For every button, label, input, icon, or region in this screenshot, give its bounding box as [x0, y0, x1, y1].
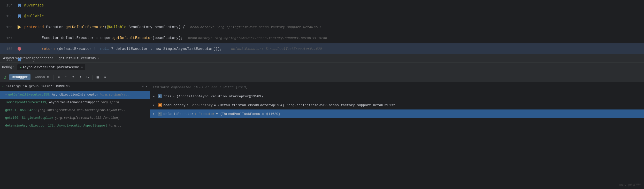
frame-method-2: get:-1, 858934277: [5, 108, 37, 112]
restart-button[interactable]: ↺: [2, 74, 8, 80]
line-number-157: 157: [0, 36, 16, 40]
var-type-beanfactory: : BeanFactory: [187, 103, 213, 107]
code-content-156: protected Executor getDefaultExecutor(@N…: [23, 22, 644, 33]
gutter-158: [16, 47, 23, 51]
toolbar-sep-2: [93, 75, 93, 80]
frame-method-4: determineAsyncExecutor:172, AsyncExecuti…: [5, 124, 108, 128]
frame-method-3: get:100, SingletonSupplier: [5, 116, 53, 120]
filter-down-icon[interactable]: ▾: [146, 85, 148, 88]
frame-pkg-2: (org.springframework.aop.interceptor.Asy…: [38, 108, 127, 112]
watches-icon[interactable]: ≔: [102, 74, 108, 80]
gutter-154: [16, 4, 23, 7]
thread-name: "main"@1 in group "main": RUNNING: [6, 85, 70, 88]
bookmark-icon-155: [18, 14, 21, 18]
var-icon-defaultexecutor: ≡: [158, 112, 162, 116]
thread-check-icon: ✓: [2, 84, 4, 89]
variable-row-this[interactable]: ▶ ≡ this = {AnnotationAsyncExecutionInte…: [150, 92, 644, 101]
bookmark-icon-154: [18, 4, 21, 7]
frame-pkg-1: (org.sprin...: [100, 101, 125, 104]
expand-defaultexecutor[interactable]: ▶: [153, 112, 157, 115]
frame-pkg-0: (org.springfra...: [99, 93, 131, 97]
frame-row-3[interactable]: get:100, SingletonSupplier (org.springfr…: [0, 114, 150, 122]
frame-row-1[interactable]: lambda$configure$2:119, AsyncExecutionAs…: [0, 99, 150, 106]
step-over-icon[interactable]: ↑: [63, 74, 69, 80]
code-content-154: @Override: [23, 0, 644, 11]
code-line-155: 155 @Nullable: [0, 11, 644, 22]
code-line-160: 160: [0, 65, 644, 69]
editor-area: 154 @Override 155 @Nullable 156 protecte…: [0, 0, 644, 54]
var-type-defaultexecutor: : Executor: [195, 112, 215, 116]
breakpoint-158: [18, 47, 21, 51]
run-to-cursor-icon[interactable]: ↑₁: [85, 74, 90, 80]
line-number-158: 158: [0, 47, 16, 51]
underline-indicator: ___: [282, 112, 287, 115]
var-value-defaultexecutor: = {ThreadPoolTaskExecutor@11620}: [216, 112, 280, 116]
var-name-this: this: [163, 94, 171, 98]
code-content-155: @Nullable: [23, 11, 644, 22]
frame-row-0[interactable]: ↩ getDefaultExecutor:158, AsyncExecution…: [0, 91, 150, 99]
code-line-154: 154 @Override: [0, 0, 644, 11]
step-out-icon[interactable]: ↥: [78, 74, 83, 80]
frames-panel: ✓ "main"@1 in group "main": RUNNING ▼ ▾ …: [0, 82, 150, 189]
arrow-indicator-156: [18, 25, 21, 29]
frame-class-0: AsyncExecutionInterceptor: [52, 93, 98, 97]
code-line-158: 158 return (defaultExecutor != null ? de…: [0, 43, 644, 54]
variable-row-defaultexecutor[interactable]: ▶ ≡ defaultExecutor : Executor = {Thread…: [150, 109, 644, 118]
expand-this[interactable]: ▶: [153, 95, 157, 98]
thread-row[interactable]: ✓ "main"@1 in group "main": RUNNING ▼ ▾: [0, 82, 150, 91]
frame-arrow-0: ↩: [5, 93, 7, 97]
frame-row-4[interactable]: determineAsyncExecutor:172, AsyncExecuti…: [0, 122, 150, 130]
gutter-156: [16, 25, 23, 29]
code-line-156: 156 protected Executor getDefaultExecuto…: [0, 22, 644, 33]
threads-icon[interactable]: ≡: [56, 74, 62, 80]
thread-filter-area: ✓ "main"@1 in group "main": RUNNING: [2, 84, 141, 89]
frame-method-0: getDefaultExecutor:158,: [8, 93, 51, 97]
var-name-beanfactory: beanFactory: [163, 103, 186, 107]
debugger-tab[interactable]: Debugger: [9, 74, 30, 80]
evaluate-bar[interactable]: Evaluate expression (⌥F8) or add a watch…: [150, 82, 644, 92]
line-number-154: 154: [0, 4, 16, 7]
line-number-159: 159: [0, 58, 16, 62]
var-value-beanfactory: = {DefaultListableBeanFactory@8784} "org…: [214, 103, 395, 107]
var-icon-this: ≡: [158, 94, 162, 98]
console-tab[interactable]: Console: [32, 74, 51, 80]
frames-icon[interactable]: ▦: [95, 74, 101, 80]
variables-panel: Evaluate expression (⌥F8) or add a watch…: [150, 82, 644, 189]
frame-pkg-4: (org...: [109, 124, 121, 128]
gutter-159: [16, 58, 23, 61]
var-icon-beanfactory: ⬤: [158, 103, 162, 107]
code-line-159: 159 }: [0, 54, 644, 65]
step-into-icon[interactable]: ↧: [70, 74, 76, 80]
var-name-defaultexecutor: defaultExecutor: [163, 112, 194, 116]
toolbar-sep-1: [53, 75, 54, 80]
frame-pkg-3: (org.springframework.util.function): [55, 116, 120, 120]
code-content-157: Executor defaultExecutor = super.getDefa…: [23, 33, 644, 44]
frame-class-1: AsyncExecutionAspectSupport: [49, 101, 99, 104]
gutter-155: [16, 14, 23, 18]
frame-method-1: lambda$configure$2:119,: [5, 101, 48, 104]
code-content-159: }: [23, 54, 644, 65]
debug-toolbar: ↺ Debugger Console ≡ ↑ ↧ ↥ ↑₁ ▦ ≔: [0, 72, 644, 82]
line-number-156: 156: [0, 25, 16, 29]
line-number-160: 160: [0, 65, 16, 69]
code-content-158: return (defaultExecutor != null ? defaul…: [23, 43, 644, 54]
frame-row-2[interactable]: get:-1, 858934277 (org.springframework.a…: [0, 106, 150, 114]
variable-row-beanfactory[interactable]: ▶ ⬤ beanFactory : BeanFactory = {Default…: [150, 101, 644, 109]
debug-content: ✓ "main"@1 in group "main": RUNNING ▼ ▾ …: [0, 82, 644, 189]
code-line-157: 157 Executor defaultExecutor = super.get…: [0, 33, 644, 43]
filter-icon[interactable]: ▼: [142, 85, 144, 88]
line-number-155: 155: [0, 14, 16, 18]
bookmark-icon-159: [18, 58, 21, 61]
evaluate-placeholder: Evaluate expression (⌥F8) or add a watch…: [153, 85, 248, 89]
watermark: CSDN @简放视野: [619, 183, 641, 187]
var-value-this: = {AnnotationAsyncExecutionInterceptor@1…: [172, 94, 263, 98]
expand-beanfactory[interactable]: ▶: [153, 104, 157, 107]
